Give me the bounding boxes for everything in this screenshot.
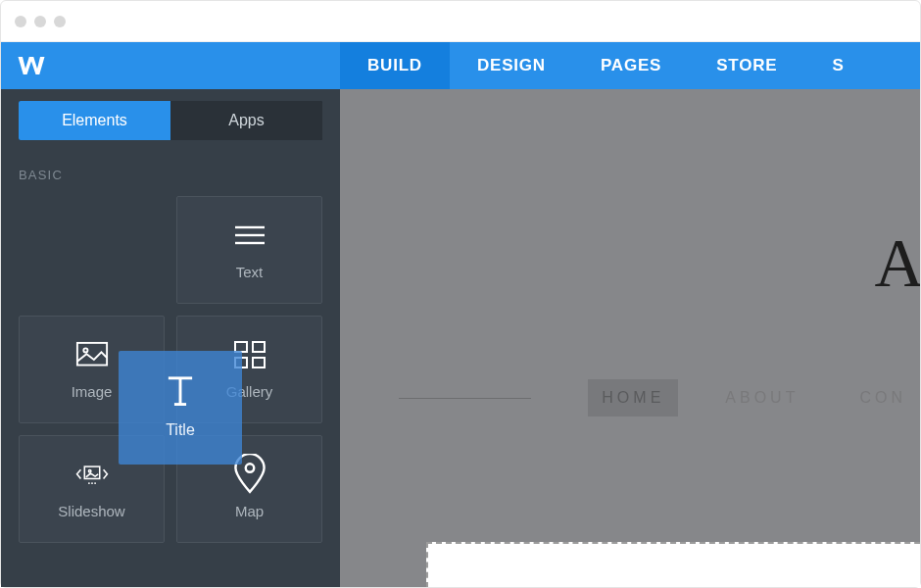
divider-line [399, 398, 531, 399]
site-title-partial: A [874, 224, 920, 303]
brand-logo[interactable] [1, 42, 56, 89]
canvas-inner: A HOME ABOUT CON [340, 89, 920, 587]
site-nav-contact-truncated[interactable]: CON [846, 379, 920, 416]
tile-slideshow-label: Slideshow [58, 503, 124, 519]
browser-frame: BUILD DESIGN PAGES STORE S Elements Apps… [0, 0, 921, 588]
app-root: BUILD DESIGN PAGES STORE S Elements Apps… [1, 42, 920, 587]
svg-point-10 [88, 469, 90, 471]
app-body: Elements Apps BASIC [1, 89, 920, 587]
map-pin-icon [233, 460, 267, 489]
svg-rect-8 [253, 358, 265, 368]
svg-rect-6 [253, 342, 265, 352]
nav-build[interactable]: BUILD [340, 42, 450, 89]
nav-pages[interactable]: PAGES [573, 42, 689, 89]
window-minimize-dot[interactable] [34, 16, 46, 27]
text-lines-icon [233, 220, 267, 250]
svg-point-11 [87, 482, 89, 484]
nav-store[interactable]: STORE [689, 42, 804, 89]
tab-apps[interactable]: Apps [170, 101, 322, 140]
nav-spacer [56, 42, 340, 89]
element-dropzone[interactable] [426, 542, 920, 587]
elements-grid: Text Image [19, 196, 322, 543]
svg-point-13 [94, 482, 96, 484]
window-titlebar [1, 1, 920, 42]
window-close-dot[interactable] [15, 16, 26, 27]
elements-sidebar: Elements Apps BASIC [1, 89, 340, 587]
top-nav: BUILD DESIGN PAGES STORE S [1, 42, 920, 89]
tab-elements[interactable]: Elements [19, 101, 170, 140]
tile-map[interactable]: Map [176, 435, 322, 543]
svg-point-4 [83, 349, 87, 353]
site-nav-about[interactable]: ABOUT [711, 379, 812, 416]
section-basic-label: BASIC [19, 168, 322, 182]
tile-image-label: Image [72, 383, 113, 400]
svg-rect-7 [235, 358, 247, 368]
nav-truncated[interactable]: S [804, 42, 871, 89]
page-canvas[interactable]: A HOME ABOUT CON [340, 89, 920, 587]
svg-point-12 [91, 482, 93, 484]
window-zoom-dot[interactable] [54, 16, 66, 27]
image-icon [75, 340, 109, 369]
slideshow-icon [75, 460, 109, 489]
tile-map-label: Map [235, 503, 264, 519]
tile-gallery-label: Gallery [226, 383, 273, 400]
tile-image[interactable]: Image [19, 316, 165, 423]
svg-rect-5 [235, 342, 247, 352]
tile-slideshow[interactable]: Slideshow [19, 435, 165, 543]
svg-point-14 [245, 464, 253, 471]
tile-gallery[interactable]: Gallery [176, 316, 322, 423]
sidebar-tabs: Elements Apps [19, 101, 322, 140]
nav-items: BUILD DESIGN PAGES STORE S [340, 42, 872, 89]
tile-title-placeholder [19, 196, 165, 304]
weebly-logo-icon [17, 53, 46, 78]
site-nav: HOME ABOUT CON [399, 379, 920, 416]
nav-design[interactable]: DESIGN [450, 42, 573, 89]
site-nav-home[interactable]: HOME [588, 379, 678, 416]
tile-text[interactable]: Text [176, 196, 322, 304]
tile-text-label: Text [236, 264, 264, 280]
gallery-grid-icon [233, 340, 267, 369]
